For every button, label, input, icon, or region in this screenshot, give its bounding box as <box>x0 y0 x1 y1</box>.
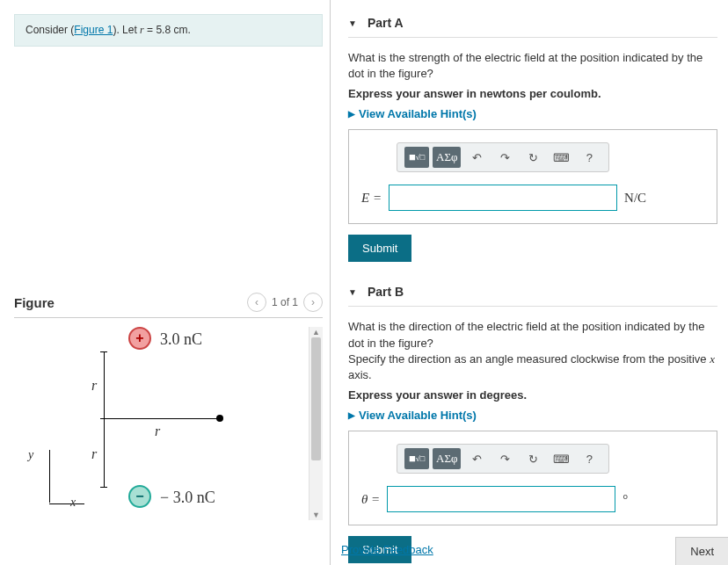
problem-prompt: Consider (Figure 1). Let r = 5.8 cm. <box>14 14 323 47</box>
part-b-header[interactable]: ▼ Part B <box>348 285 717 307</box>
r-label-bottom: r <box>91 446 97 462</box>
scroll-up-icon[interactable]: ▲ <box>309 327 323 337</box>
figure-title: Figure <box>14 295 55 310</box>
redo-button[interactable]: ↷ <box>492 147 517 168</box>
vertical-axis-line <box>104 351 105 487</box>
next-button[interactable]: Next <box>675 537 728 565</box>
part-a-title: Part A <box>368 16 404 30</box>
redo-button[interactable]: ↷ <box>492 448 517 469</box>
prompt-prefix: Consider ( <box>25 24 74 36</box>
reset-button[interactable]: ↻ <box>521 147 545 168</box>
part-b-answer-input[interactable] <box>387 486 615 512</box>
part-a-answer-input[interactable] <box>389 185 617 211</box>
horizontal-r-line <box>104 418 218 419</box>
part-a-variable: E = <box>361 191 382 206</box>
figure-next-button[interactable]: › <box>303 293 323 312</box>
part-a-answer-box: ■√□ ΑΣφ ↶ ↷ ↻ ⌨ ? E = N/C <box>348 129 717 224</box>
positive-charge-label: 3.0 nC <box>160 330 202 349</box>
figure-diagram: + 3.0 nC − − 3.0 nC r r r <box>23 327 287 511</box>
part-b-hints-toggle[interactable]: ▶ View Available Hint(s) <box>348 409 717 422</box>
x-axis-label: x <box>70 496 76 510</box>
templates-button[interactable]: ■√□ <box>404 448 429 469</box>
positive-charge: + <box>128 327 151 350</box>
figure-panel: Figure ‹ 1 of 1 › + 3.0 nC − − 3.0 nC <box>14 293 323 520</box>
scroll-thumb[interactable] <box>311 337 321 460</box>
part-a-submit-button[interactable]: Submit <box>348 235 411 262</box>
caret-down-icon: ▼ <box>348 287 357 297</box>
part-a-unit: N/C <box>624 191 646 206</box>
part-b-variable: θ = <box>361 492 380 507</box>
part-b-toolbar: ■√□ ΑΣφ ↶ ↷ ↻ ⌨ ? <box>397 444 609 474</box>
part-b-unit: ° <box>622 492 628 507</box>
help-button[interactable]: ? <box>577 147 601 168</box>
part-a-hints-label: View Available Hint(s) <box>359 107 477 120</box>
part-a-question: What is the strength of the electric fie… <box>348 50 717 82</box>
templates-button[interactable]: ■√□ <box>404 147 429 168</box>
y-axis-label: y <box>28 448 33 462</box>
part-b-instruction: Express your answer in degrees. <box>348 388 717 402</box>
part-b-hints-label: View Available Hint(s) <box>359 409 477 422</box>
keyboard-button[interactable]: ⌨ <box>549 448 573 469</box>
x-axis <box>49 503 84 504</box>
r-label-horizontal: r <box>155 424 160 439</box>
prompt-suffix: ). Let <box>113 24 140 36</box>
part-b-question: What is the direction of the electric fi… <box>348 319 717 383</box>
undo-button[interactable]: ↶ <box>464 147 489 168</box>
negative-charge-label: − 3.0 nC <box>160 489 215 507</box>
figure-counter: 1 of 1 <box>272 296 298 308</box>
part-a: ▼ Part A What is the strength of the ele… <box>331 0 728 269</box>
part-b-answer-box: ■√□ ΑΣφ ↶ ↷ ↻ ⌨ ? θ = ° <box>348 431 717 525</box>
caret-right-icon: ▶ <box>348 109 355 119</box>
figure-scrollbar[interactable]: ▲ ▼ <box>309 327 323 520</box>
figure-link[interactable]: Figure 1 <box>74 24 113 36</box>
undo-button[interactable]: ↶ <box>464 448 489 469</box>
part-a-header[interactable]: ▼ Part A <box>348 16 717 38</box>
provide-feedback-link[interactable]: Provide Feedback <box>341 543 433 556</box>
part-a-instruction: Express your answer in newtons per coulo… <box>348 87 717 100</box>
prompt-rest: = 5.8 cm. <box>144 24 191 36</box>
help-button[interactable]: ? <box>577 448 601 469</box>
y-axis <box>49 450 50 503</box>
figure-prev-button[interactable]: ‹ <box>247 293 266 312</box>
reset-button[interactable]: ↻ <box>521 448 545 469</box>
part-a-toolbar: ■√□ ΑΣφ ↶ ↷ ↻ ⌨ ? <box>397 142 609 172</box>
part-a-hints-toggle[interactable]: ▶ View Available Hint(s) <box>348 107 717 120</box>
greek-button[interactable]: ΑΣφ <box>433 448 461 469</box>
part-b-title: Part B <box>368 285 404 299</box>
caret-right-icon: ▶ <box>348 410 355 420</box>
part-b: ▼ Part B What is the direction of the el… <box>331 269 728 565</box>
caret-down-icon: ▼ <box>348 18 357 28</box>
r-label-top: r <box>91 378 97 394</box>
greek-button[interactable]: ΑΣφ <box>433 147 461 168</box>
negative-charge: − <box>128 485 151 508</box>
scroll-down-icon[interactable]: ▼ <box>309 510 323 520</box>
keyboard-button[interactable]: ⌨ <box>549 147 573 168</box>
